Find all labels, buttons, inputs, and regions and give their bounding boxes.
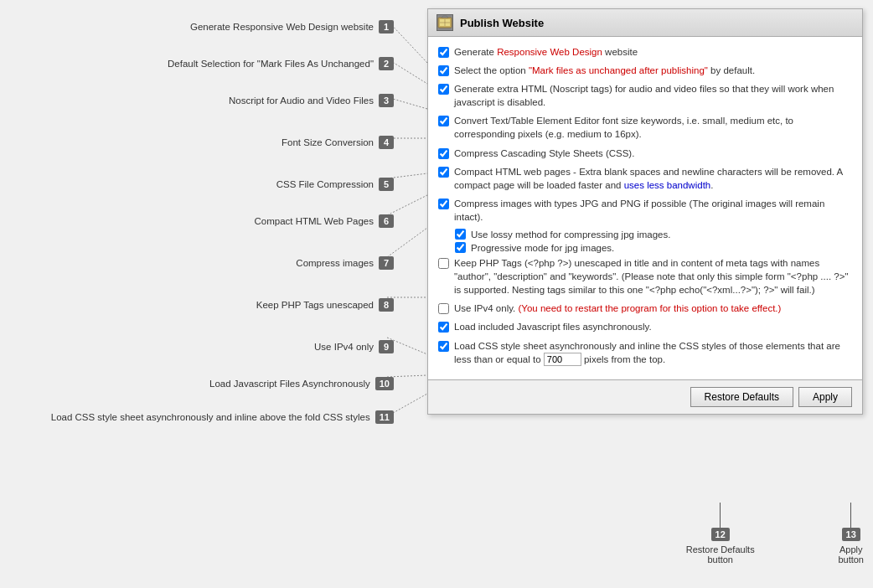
badge-9: 9 xyxy=(379,340,394,353)
option-row-1: Generate Responsive Web Design website xyxy=(438,45,852,59)
badge-1: 1 xyxy=(379,20,394,34)
option-text-6: Compact HTML web pages - Extra blank spa… xyxy=(454,165,852,192)
option-row-3: Generate extra HTML (Noscript tags) for … xyxy=(438,82,852,109)
option-text-4: Convert Text/Table Element Editor font s… xyxy=(454,114,852,141)
option-row-4: Convert Text/Table Element Editor font s… xyxy=(438,114,852,141)
sub-option-text-7a: Use lossy method for compressing jpg ima… xyxy=(471,230,670,240)
label-3-text: Noscript for Audio and Video Files xyxy=(229,95,374,106)
annotation-restore: 12 Restore Defaults button xyxy=(679,503,762,565)
option-row-10: Load included Javascript files asynchron… xyxy=(438,320,852,333)
badge-11: 11 xyxy=(375,410,394,424)
annotation-line-13 xyxy=(850,503,851,528)
label-row-5: CSS File Compression 5 xyxy=(0,178,394,191)
label-2-text: Default Selection for "Mark Files As Unc… xyxy=(168,59,374,69)
label-6-text: Compact HTML Web Pages xyxy=(254,216,374,226)
label-row-6: Compact HTML Web Pages 6 xyxy=(0,214,394,228)
option-text-7: Compress images with types JPG and PNG i… xyxy=(454,197,852,224)
label-9-text: Use IPv4 only xyxy=(314,342,374,352)
left-labels-area: Generate Responsive Web Design website 1… xyxy=(0,8,394,424)
option-text-9: Use IPv4 only. (You need to restart the … xyxy=(454,302,781,315)
badge-8: 8 xyxy=(379,298,394,312)
checkbox-2[interactable] xyxy=(438,65,449,76)
label-5-text: CSS File Compression xyxy=(276,179,374,189)
badge-4: 4 xyxy=(379,136,394,149)
option-text-5: Compress Cascading Style Sheets (CSS). xyxy=(454,147,634,160)
sub-options-7: Use lossy method for compressing jpg ima… xyxy=(455,229,852,253)
checkbox-9[interactable] xyxy=(438,303,449,314)
label-8-text: Keep PHP Tags unescaped xyxy=(256,300,374,310)
checkbox-7[interactable] xyxy=(438,199,449,209)
option-text-10: Load included Javascript files asynchron… xyxy=(454,320,652,333)
label-11-text: Load CSS style sheet asynchronously and … xyxy=(51,412,370,422)
panel-body: Generate Responsive Web Design website S… xyxy=(428,37,862,379)
label-row-10: Load Javascript Files Asynchronously 10 xyxy=(0,377,394,390)
badge-2: 2 xyxy=(379,57,394,70)
panel-title: Publish Website xyxy=(460,17,544,29)
panel-icon xyxy=(436,14,453,31)
checkbox-11[interactable] xyxy=(438,341,449,352)
badge-12: 12 xyxy=(711,528,730,541)
label-10-text: Load Javascript Files Asynchronously xyxy=(209,379,370,389)
restore-defaults-button[interactable]: Restore Defaults xyxy=(690,387,793,407)
checkbox-10[interactable] xyxy=(438,322,449,333)
css-threshold-input[interactable] xyxy=(544,353,581,366)
panel-header: Publish Website xyxy=(428,9,862,37)
option-row-7: Compress images with types JPG and PNG i… xyxy=(438,197,852,224)
badge-13: 13 xyxy=(842,528,860,541)
label-row-9: Use IPv4 only 9 xyxy=(0,340,394,353)
checkbox-7a[interactable] xyxy=(455,229,466,240)
annotation-apply: 13 Apply button xyxy=(829,503,873,565)
option-text-11: Load CSS style sheet asynchronously and … xyxy=(454,339,852,366)
checkbox-6[interactable] xyxy=(438,167,449,178)
panel-footer: Restore Defaults Apply xyxy=(428,379,862,414)
svg-marker-15 xyxy=(442,16,448,18)
publish-website-panel: Publish Website Generate Responsive Web … xyxy=(427,8,863,415)
option-text-2: Select the option "Mark files as unchang… xyxy=(454,64,755,77)
option-text-3: Generate extra HTML (Noscript tags) for … xyxy=(454,82,852,109)
apply-button[interactable]: Apply xyxy=(798,387,852,407)
checkbox-1[interactable] xyxy=(438,47,449,58)
checkbox-7b[interactable] xyxy=(455,242,466,253)
annotation-label-13: Apply button xyxy=(829,544,873,565)
label-7-text: Compress images xyxy=(296,258,374,268)
sub-option-text-7b: Progressive mode for jpg images. xyxy=(471,243,614,253)
option-row-11: Load CSS style sheet asynchronously and … xyxy=(438,339,852,366)
option-row-5: Compress Cascading Style Sheets (CSS). xyxy=(438,147,852,160)
checkbox-5[interactable] xyxy=(438,148,449,159)
badge-5: 5 xyxy=(379,178,394,191)
option-text-8: Keep PHP Tags (<?php ?>) unescaped in ti… xyxy=(454,256,852,297)
checkbox-4[interactable] xyxy=(438,116,449,126)
label-1-text: Generate Responsive Web Design website xyxy=(190,22,374,32)
option-text-1: Generate Responsive Web Design website xyxy=(454,45,638,59)
badge-10: 10 xyxy=(375,377,394,390)
badge-7: 7 xyxy=(379,256,394,270)
bottom-annotations: 12 Restore Defaults button 13 Apply butt… xyxy=(679,503,873,565)
label-row-4: Font Size Conversion 4 xyxy=(0,136,394,149)
option-row-8: Keep PHP Tags (<?php ?>) unescaped in ti… xyxy=(438,256,852,297)
checkbox-3[interactable] xyxy=(438,84,449,95)
label-row-8: Keep PHP Tags unescaped 8 xyxy=(0,298,394,312)
label-row-1: Generate Responsive Web Design website 1 xyxy=(0,20,394,34)
checkbox-8[interactable] xyxy=(438,258,449,269)
option-row-2: Select the option "Mark files as unchang… xyxy=(438,64,852,77)
label-row-7: Compress images 7 xyxy=(0,256,394,270)
option-row-9: Use IPv4 only. (You need to restart the … xyxy=(438,302,852,315)
badge-6: 6 xyxy=(379,214,394,228)
label-4-text: Font Size Conversion xyxy=(282,137,374,147)
sub-option-row-7b: Progressive mode for jpg images. xyxy=(455,242,852,253)
option-row-6: Compact HTML web pages - Extra blank spa… xyxy=(438,165,852,192)
label-row-11: Load CSS style sheet asynchronously and … xyxy=(0,410,394,424)
label-row-2: Default Selection for "Mark Files As Unc… xyxy=(0,57,394,70)
label-row-3: Noscript for Audio and Video Files 3 xyxy=(0,94,394,107)
badge-3: 3 xyxy=(379,94,394,107)
annotation-line-12 xyxy=(720,503,721,528)
annotation-label-12: Restore Defaults button xyxy=(679,544,762,565)
sub-option-row-7a: Use lossy method for compressing jpg ima… xyxy=(455,229,852,240)
